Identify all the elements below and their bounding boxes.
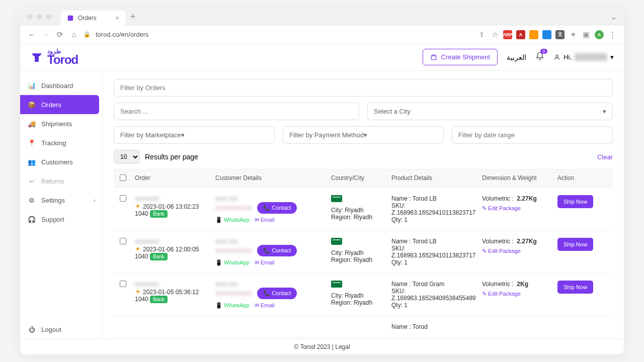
bookmark-icon[interactable]: ☆ xyxy=(490,30,499,39)
flag-icon xyxy=(331,238,342,245)
page-size-select[interactable]: 10 xyxy=(114,150,140,164)
nav-icon: ⚙ xyxy=(27,196,36,205)
browser-tab[interactable]: Orders × xyxy=(61,11,125,26)
sidebar: 📊Dashboard📦Orders🚚Shipments📍Tracking👥Cus… xyxy=(20,71,103,339)
window-controls[interactable] xyxy=(27,14,52,20)
url-text[interactable]: torod.co/en/orders xyxy=(96,31,149,38)
create-shipment-button[interactable]: Create Shipment xyxy=(423,49,498,65)
logo-icon xyxy=(30,51,43,64)
row-checkbox[interactable] xyxy=(120,281,126,287)
notifications-button[interactable]: 0 xyxy=(535,52,544,63)
whatsapp-link[interactable]: 📱 WhatsApp xyxy=(215,217,250,223)
chevron-down-icon: ▾ xyxy=(181,131,185,139)
chevron-down-icon: ▾ xyxy=(610,53,614,61)
svg-point-2 xyxy=(556,55,558,57)
home-icon[interactable]: ⌂ xyxy=(69,30,78,39)
nav-icon: 📊 xyxy=(27,81,36,90)
email-link[interactable]: ✉ Email xyxy=(255,217,275,223)
forward-icon[interactable]: → xyxy=(41,30,50,39)
nav-icon: 📍 xyxy=(27,138,36,147)
nav-icon: 🎧 xyxy=(27,215,36,224)
sidebar-item-dashboard[interactable]: 📊Dashboard xyxy=(20,76,102,95)
contact-button[interactable]: 📞 Contact xyxy=(257,202,297,214)
city-select[interactable]: Select a City▾ xyxy=(367,103,613,120)
power-icon: ⏻ xyxy=(27,325,36,334)
status-badge: Bank xyxy=(150,296,168,303)
reload-icon[interactable]: ⟳ xyxy=(55,30,64,39)
ext-icon[interactable] xyxy=(529,30,538,39)
ship-now-button[interactable]: Ship Now xyxy=(557,281,593,294)
star-icon: ✦ xyxy=(135,288,141,296)
select-all-checkbox[interactable] xyxy=(120,174,126,181)
tab-title: Orders xyxy=(78,15,97,22)
status-badge: Bank xyxy=(150,210,168,218)
edit-package-link[interactable]: ✎ Edit Package xyxy=(482,205,521,212)
browser-toolbar: ← → ⟳ ⌂ 🔒 torod.co/en/orders ⇪ ☆ ABP A 文… xyxy=(20,26,624,44)
edit-package-link[interactable]: ✎ Edit Package xyxy=(482,248,521,254)
ship-now-button[interactable]: Ship Now xyxy=(557,238,593,251)
contact-button[interactable]: 📞 Contact xyxy=(257,288,297,299)
sidebar-item-orders[interactable]: 📦Orders xyxy=(20,95,99,114)
flag-icon xyxy=(331,281,342,288)
browser-titlebar: Orders × + ⌄ xyxy=(20,8,624,26)
ext-icon[interactable] xyxy=(542,30,551,39)
ship-now-button[interactable]: Ship Now xyxy=(557,195,593,208)
search-input[interactable] xyxy=(114,103,359,120)
back-icon[interactable]: ← xyxy=(27,30,36,39)
nav-icon: 👥 xyxy=(27,157,36,166)
table-row-partial: Name : Torod xyxy=(114,316,613,338)
lock-icon: 🔒 xyxy=(84,31,91,38)
row-checkbox[interactable] xyxy=(120,238,126,244)
footer[interactable]: © Torod 2023 | Legal xyxy=(20,339,624,354)
tab-favicon xyxy=(67,15,74,22)
extensions-icon[interactable]: ✦ xyxy=(569,30,578,39)
sidebar-item-settings[interactable]: ⚙Settings› xyxy=(20,191,102,210)
profile-avatar[interactable]: A xyxy=(595,30,604,39)
svg-rect-1 xyxy=(431,56,436,60)
chevron-down-icon: ▾ xyxy=(364,131,367,139)
username-blurred: xxxxxxxxxx xyxy=(575,53,607,61)
table-header: Order Customer Details Country/City Prod… xyxy=(114,169,613,188)
whatsapp-link[interactable]: 📱 WhatsApp xyxy=(215,302,250,309)
sidepanel-icon[interactable]: ▣ xyxy=(582,30,591,39)
star-icon: ✦ xyxy=(135,202,141,210)
tabs-overflow-icon[interactable]: ⌄ xyxy=(610,12,617,22)
email-link[interactable]: ✉ Email xyxy=(255,302,275,309)
daterange-input[interactable] xyxy=(452,126,613,144)
language-toggle[interactable]: العربية xyxy=(507,53,526,61)
row-checkbox[interactable] xyxy=(120,195,126,202)
sidebar-item-returns[interactable]: ↩Returns xyxy=(20,171,102,191)
app-header: طرود Torod Create Shipment العربية 0 Hi,… xyxy=(20,44,624,71)
menu-icon[interactable]: ⋮ xyxy=(608,30,617,39)
user-menu[interactable]: Hi, xxxxxxxxxx ▾ xyxy=(553,53,614,61)
ext-pdf-icon[interactable]: A xyxy=(516,30,525,39)
star-icon: ✦ xyxy=(135,245,141,253)
package-icon xyxy=(430,54,437,61)
tab-close-icon[interactable]: × xyxy=(116,15,119,22)
flag-icon xyxy=(331,195,342,202)
sidebar-item-shipments[interactable]: 🚚Shipments xyxy=(20,114,102,133)
results-label: Results per page xyxy=(145,153,198,161)
edit-package-link[interactable]: ✎ Edit Package xyxy=(482,291,521,297)
nav-icon: 🚚 xyxy=(27,119,36,128)
email-link[interactable]: ✉ Email xyxy=(255,259,275,266)
ext-adblock-icon[interactable]: ABP xyxy=(503,30,512,39)
nav-icon: 📦 xyxy=(27,100,36,109)
logo[interactable]: طرود Torod xyxy=(30,48,78,67)
table-row: xxxxxxxx ✦2023-01-05 05:36:12 1040 Bank … xyxy=(114,274,613,316)
whatsapp-link[interactable]: 📱 WhatsApp xyxy=(215,259,250,266)
sidebar-item-customers[interactable]: 👥Customers xyxy=(20,152,102,171)
share-icon[interactable]: ⇪ xyxy=(477,31,486,38)
contact-button[interactable]: 📞 Contact xyxy=(257,245,297,256)
sidebar-item-support[interactable]: 🎧Support xyxy=(20,210,102,229)
marketplace-select[interactable]: Filter by Marketplace▾ xyxy=(114,126,275,144)
filter-orders-input[interactable] xyxy=(114,79,613,97)
logo-text: Torod xyxy=(47,53,78,67)
clear-filters-link[interactable]: Clear xyxy=(597,153,613,161)
logout-button[interactable]: ⏻ Logout xyxy=(20,320,102,339)
new-tab-button[interactable]: + xyxy=(130,12,136,22)
sidebar-item-tracking[interactable]: 📍Tracking xyxy=(20,133,102,152)
notif-badge: 0 xyxy=(540,49,547,54)
ext-translate-icon[interactable]: 文 xyxy=(555,30,565,39)
payment-select[interactable]: Filter by Payment Method▾ xyxy=(283,126,444,144)
